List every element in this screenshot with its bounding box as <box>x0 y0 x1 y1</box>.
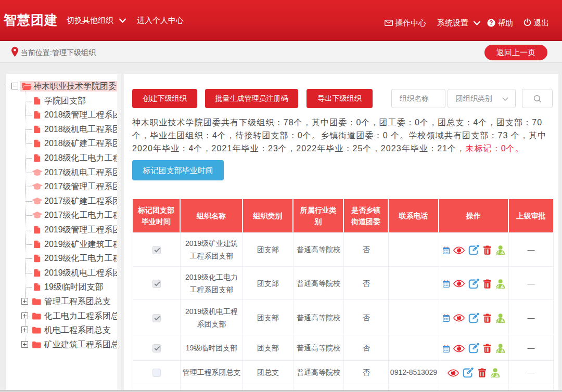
svg-text:?: ? <box>489 19 493 27</box>
